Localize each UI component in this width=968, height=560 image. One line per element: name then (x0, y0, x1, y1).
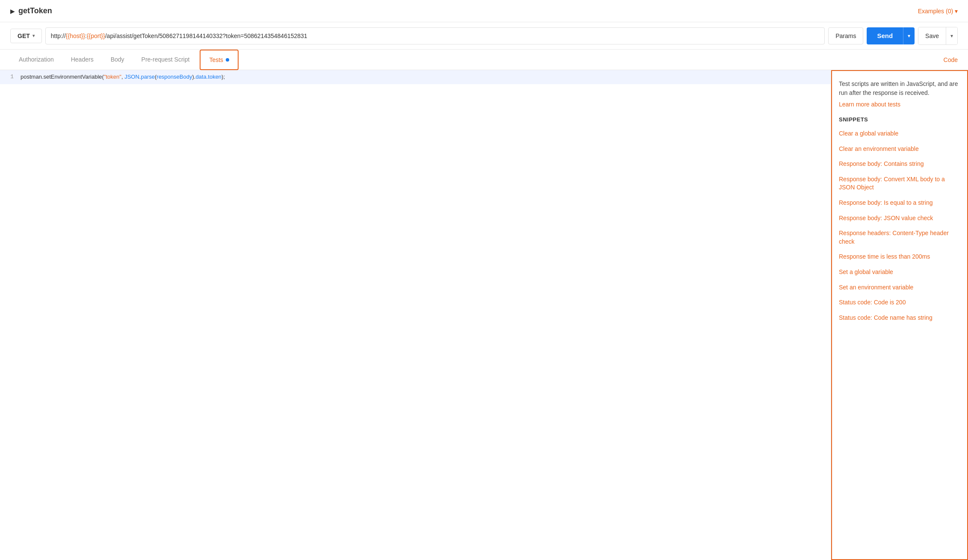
snippet-status-name[interactable]: Status code: Code name has string (839, 314, 960, 322)
url-path: /api/assist/getToken/5086271198144140332… (105, 32, 307, 39)
snippet-clear-env[interactable]: Clear an environment variable (839, 145, 960, 153)
send-button[interactable]: Send (867, 27, 903, 44)
send-dropdown-button[interactable]: ▾ (903, 27, 915, 44)
snippet-clear-global[interactable]: Clear a global variable (839, 130, 960, 138)
url-port: {{port}} (87, 32, 105, 39)
snippet-body-json[interactable]: Response body: JSON value check (839, 214, 960, 223)
snippet-status-200[interactable]: Status code: Code is 200 (839, 298, 960, 307)
code-button[interactable]: Code (944, 56, 958, 63)
code-keyword-postman: postman.setEnvironmentVariable( (21, 74, 104, 80)
line-number: 1 (0, 72, 21, 82)
tab-pre-request[interactable]: Pre-request Script (133, 50, 198, 70)
snippets-description: Test scripts are written in JavaScript, … (839, 80, 960, 97)
send-group: Send ▾ (867, 27, 915, 44)
snippet-body-equal[interactable]: Response body: Is equal to a string (839, 199, 960, 207)
tab-body[interactable]: Body (102, 50, 133, 70)
snippet-set-global[interactable]: Set a global variable (839, 268, 960, 277)
code-end: ); (221, 74, 225, 80)
main-content: 1 postman.setEnvironmentVariable("token"… (0, 70, 968, 560)
examples-button[interactable]: Examples (0) ▾ (918, 8, 958, 15)
code-responsebody: responseBody (156, 74, 192, 80)
tab-tests[interactable]: Tests (200, 50, 239, 70)
code-string-token: "token" (104, 74, 121, 80)
tab-tests-label: Tests (209, 56, 223, 63)
snippet-body-contains[interactable]: Response body: Contains string (839, 160, 960, 168)
request-title: getToken (18, 6, 52, 15)
method-label: GET (18, 32, 30, 39)
code-parse-method: parse (141, 74, 155, 80)
url-prefix: http:// (51, 32, 66, 39)
save-dropdown-button[interactable]: ▾ (946, 27, 957, 44)
code-json: JSON (124, 74, 139, 80)
tab-authorization[interactable]: Authorization (10, 50, 62, 70)
snippet-body-xml[interactable]: Response body: Convert XML body to a JSO… (839, 175, 960, 192)
url-bar: GET ▾ http://{{host}}:{{port}}/api/assis… (0, 22, 968, 50)
tabs-bar: Authorization Headers Body Pre-request S… (0, 50, 968, 70)
snippet-set-env[interactable]: Set an environment variable (839, 283, 960, 292)
tabs-left: Authorization Headers Body Pre-request S… (10, 50, 240, 70)
snippets-panel: Test scripts are written in JavaScript, … (831, 70, 968, 560)
method-chevron-icon: ▾ (32, 33, 35, 38)
title-bar: ▶ getToken Examples (0) ▾ (0, 0, 968, 22)
code-editor[interactable]: 1 postman.setEnvironmentVariable("token"… (0, 70, 831, 560)
url-input[interactable]: http://{{host}}:{{port}}/api/assist/getT… (45, 27, 825, 44)
expand-icon[interactable]: ▶ (10, 8, 15, 15)
save-group: Save ▾ (918, 27, 958, 45)
method-selector[interactable]: GET ▾ (10, 29, 42, 43)
snippets-section-title: SNIPPETS (839, 116, 960, 123)
url-host: {{host}} (66, 32, 85, 39)
params-button[interactable]: Params (828, 27, 863, 44)
snippet-response-time[interactable]: Response time is less than 200ms (839, 253, 960, 261)
learn-more-link[interactable]: Learn more about tests (839, 101, 960, 108)
tab-tests-dot (226, 58, 229, 62)
editor-code: postman.setEnvironmentVariable("token", … (21, 72, 225, 83)
tab-headers[interactable]: Headers (62, 50, 102, 70)
editor-line-1: 1 postman.setEnvironmentVariable("token"… (0, 70, 831, 84)
code-data-token: data.token (195, 74, 221, 80)
snippet-headers-content[interactable]: Response headers: Content-Type header ch… (839, 229, 960, 246)
title-bar-left: ▶ getToken (10, 6, 52, 15)
save-button[interactable]: Save (918, 27, 946, 44)
